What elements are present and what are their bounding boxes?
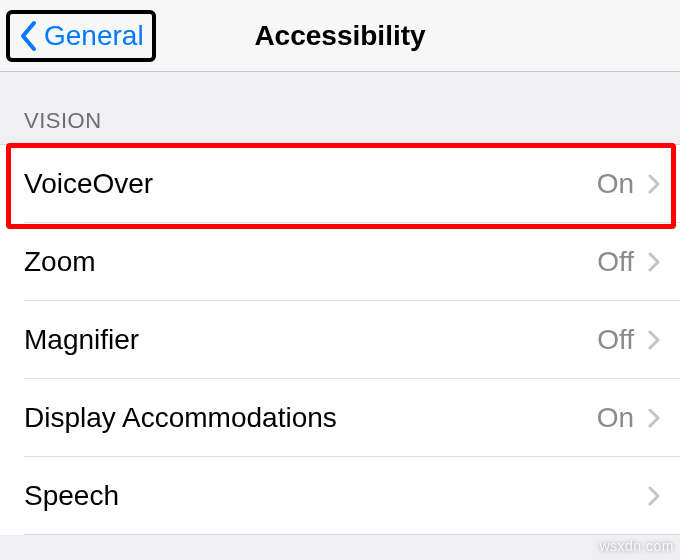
row-value: On: [597, 402, 634, 434]
row-voiceover[interactable]: VoiceOver On: [0, 145, 680, 223]
watermark-text: wsxdn.com: [599, 538, 674, 554]
section-header-vision: VISION: [0, 72, 680, 144]
row-label: Speech: [24, 480, 634, 512]
row-label: Zoom: [24, 246, 597, 278]
settings-list: VoiceOver On Zoom Off Magnifier Off Disp…: [0, 144, 680, 535]
row-value: Off: [597, 324, 634, 356]
row-label: Magnifier: [24, 324, 597, 356]
chevron-right-icon: [644, 326, 664, 354]
row-speech[interactable]: Speech: [0, 457, 680, 535]
chevron-right-icon: [644, 404, 664, 432]
back-button[interactable]: General: [6, 10, 156, 62]
row-value: Off: [597, 246, 634, 278]
back-label: General: [44, 20, 144, 52]
row-value: On: [597, 168, 634, 200]
chevron-left-icon: [12, 16, 44, 56]
chevron-right-icon: [644, 170, 664, 198]
chevron-right-icon: [644, 482, 664, 510]
navigation-bar: General Accessibility: [0, 0, 680, 72]
chevron-right-icon: [644, 248, 664, 276]
row-label: VoiceOver: [24, 168, 597, 200]
row-magnifier[interactable]: Magnifier Off: [0, 301, 680, 379]
row-zoom[interactable]: Zoom Off: [0, 223, 680, 301]
row-display-accommodations[interactable]: Display Accommodations On: [0, 379, 680, 457]
row-label: Display Accommodations: [24, 402, 597, 434]
